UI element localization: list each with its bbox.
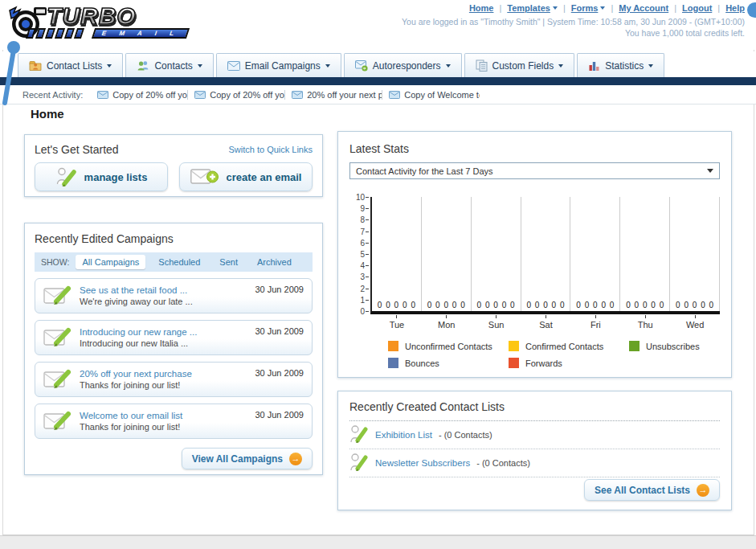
chart-y-axis: 109876543210 — [349, 197, 370, 314]
x-axis-tick-label: Thu — [620, 315, 670, 330]
manage-lists-button[interactable]: manage lists — [35, 162, 168, 191]
panel-title: Let's Get Started — [35, 143, 119, 156]
turbo-email-logo[interactable]: TURBO E M A I L — [5, 2, 194, 46]
contact-list-link[interactable]: Newsletter Subscribers — [375, 458, 470, 468]
navy-divider-bar — [0, 77, 756, 85]
separator: | — [563, 3, 566, 13]
legend-item: Unsubscribes — [629, 341, 720, 351]
nav-tab-contacts[interactable]: Contacts — [125, 53, 213, 77]
y-axis-tick — [366, 208, 369, 209]
y-axis-tick — [366, 277, 369, 277]
logo-subtitle: E M A I L — [92, 28, 190, 39]
logo-speed-lines — [27, 28, 83, 39]
campaign-date: 30 Jun 2009 — [255, 285, 304, 294]
campaign-list-item[interactable]: 20% off your next purchase Thanks for jo… — [35, 362, 313, 397]
nav-tab-custom-fields[interactable]: Custom Fields — [464, 53, 575, 77]
button-label: create an email — [227, 171, 302, 183]
nav-tab-contact-lists[interactable]: Contact Lists — [18, 53, 123, 77]
nav-tab-statistics[interactable]: Statistics — [577, 53, 664, 77]
panel-title: Recently Created Contact Lists — [349, 400, 505, 413]
show-label: SHOW: — [41, 257, 69, 267]
data-value-labels: 00000 — [572, 301, 618, 309]
recent-activity-item[interactable]: Copy of Welcome to — [389, 90, 480, 100]
nav-tab-label: Custom Fields — [492, 60, 554, 72]
recently-edited-campaigns-panel: Recently Edited Campaigns SHOW: All Camp… — [24, 223, 323, 475]
campaign-title-link[interactable]: Introducing our new range ... — [80, 326, 255, 338]
data-value-label: 0 — [526, 301, 531, 309]
stats-period-select[interactable]: Contact Activity for the Last 7 Days — [349, 162, 720, 179]
filter-tab-archived[interactable]: Archived — [251, 255, 298, 269]
chevron-down-icon — [553, 6, 558, 10]
envelope-icon — [292, 91, 303, 99]
see-all-contact-lists-button[interactable]: See All Contact Lists → — [584, 479, 720, 501]
campaign-date: 30 Jun 2009 — [255, 410, 304, 420]
campaign-title-link[interactable]: See us at the retail food ... — [80, 285, 255, 296]
legend-label: Confirmed Contacts — [525, 342, 603, 351]
nav-tab-autoresponders[interactable]: Autoresponders — [344, 53, 462, 77]
legend-label: Forwards — [525, 358, 562, 368]
topnav-help-link[interactable]: Help — [725, 3, 745, 13]
separator: | — [611, 3, 613, 13]
legend-swatch — [509, 341, 519, 351]
data-value-label: 0 — [485, 301, 490, 309]
chevron-down-icon — [648, 64, 653, 68]
contact-list-row[interactable]: Newsletter Subscribers - (0 Contacts) — [349, 449, 720, 477]
x-axis-tick-label: Mon — [422, 315, 472, 330]
button-label: manage lists — [84, 171, 148, 183]
decoration-dot-right — [747, 2, 756, 18]
create-an-email-button[interactable]: create an email — [179, 162, 313, 191]
top-nav: Home | Templates | Forms | My Account | … — [469, 3, 745, 13]
topnav-my-account-link[interactable]: My Account — [619, 3, 668, 13]
recent-activity-bar: Recent Activity: Copy of 20% off yo Copy… — [0, 85, 756, 104]
data-value-label: 0 — [701, 301, 705, 309]
chevron-down-icon — [107, 64, 112, 68]
data-value-label: 0 — [452, 301, 457, 309]
chart-day-group: 00000 — [521, 197, 571, 311]
contact-list-link[interactable]: Exhibition List — [375, 430, 432, 440]
data-value-label: 0 — [709, 301, 714, 309]
topnav-templates-link[interactable]: Templates — [507, 3, 558, 13]
view-all-campaigns-button[interactable]: View All Campaigns → — [182, 448, 313, 469]
data-value-label: 0 — [610, 301, 615, 309]
select-value: Contact Activity for the Last 7 Days — [356, 166, 707, 176]
data-value-label: 0 — [693, 301, 697, 309]
envelope-pencil-icon — [43, 326, 72, 349]
arrow-right-icon: → — [289, 453, 302, 465]
y-axis-tick — [366, 300, 369, 301]
campaign-list-item[interactable]: See us at the retail food ... We're givi… — [35, 278, 313, 313]
envelope-pencil-icon — [43, 368, 72, 391]
envelope-icon — [194, 91, 206, 99]
campaign-title-link[interactable]: 20% off your next purchase — [80, 368, 255, 379]
data-value-label: 0 — [651, 301, 656, 309]
filter-tab-sent[interactable]: Sent — [213, 255, 244, 269]
legend-item: Forwards — [509, 358, 629, 368]
email-campaigns-icon — [227, 61, 240, 71]
contact-list-row[interactable]: Exhibition List - (0 Contacts) — [349, 421, 720, 449]
legend-item: Unconfirmed Contacts — [388, 341, 509, 351]
filter-tab-all-campaigns[interactable]: All Campaigns — [76, 255, 145, 269]
topnav-home-link[interactable]: Home — [469, 3, 494, 13]
campaign-title-link[interactable]: Welcome to our email list — [80, 410, 255, 421]
recent-activity-item[interactable]: Copy of 20% off yo — [194, 90, 285, 100]
topnav-forms-link[interactable]: Forms — [571, 3, 606, 13]
chart-x-axis: TueMonSunSatFriThuWed — [372, 315, 720, 330]
chart-day-group: 00000 — [570, 197, 620, 311]
recent-activity-item[interactable]: 20% off your next p — [292, 90, 382, 100]
switch-to-quick-links-link[interactable]: Switch to Quick Links — [228, 145, 313, 154]
campaign-list-item[interactable]: Introducing our new range ... Introducin… — [35, 320, 313, 355]
data-value-label: 0 — [585, 301, 590, 309]
campaign-subtitle: Thanks for joining our list! — [80, 421, 255, 432]
envelope-pencil-icon — [43, 410, 72, 432]
y-axis-tick-label: 0 — [360, 307, 365, 316]
recent-activity-item[interactable]: Copy of 20% off yo — [97, 90, 188, 100]
data-value-label: 0 — [552, 301, 557, 309]
nav-tab-email-campaigns[interactable]: Email Campaigns — [216, 53, 341, 77]
envelope-pencil-icon — [43, 285, 72, 307]
filter-tab-scheduled[interactable]: Scheduled — [152, 255, 206, 269]
data-value-label: 0 — [601, 301, 606, 309]
legend-item: Bounces — [388, 358, 509, 368]
topnav-logout-link[interactable]: Logout — [682, 3, 712, 13]
campaign-list-item[interactable]: Welcome to our email list Thanks for joi… — [35, 404, 313, 439]
y-axis-tick — [366, 231, 369, 232]
chart-day-group: 00000 — [620, 197, 670, 311]
